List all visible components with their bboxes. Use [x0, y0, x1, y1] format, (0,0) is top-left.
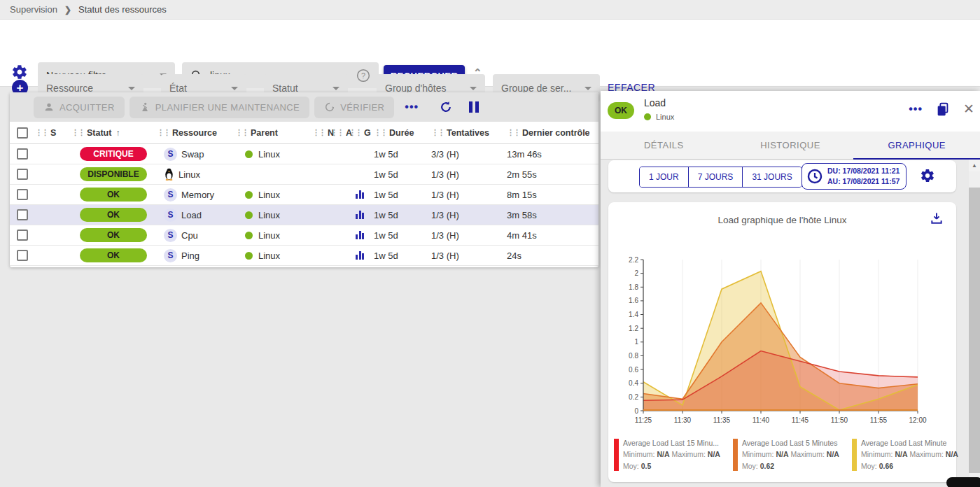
host-up-dot-icon — [245, 191, 253, 199]
parent-name: Linux — [258, 149, 280, 160]
chevron-down-icon — [470, 87, 477, 90]
help-icon[interactable]: ? — [356, 69, 370, 83]
host-up-dot-icon — [245, 232, 253, 239]
row-checkbox[interactable] — [17, 148, 28, 160]
graph-card: Load graphique de l'hôte Linux 00.20.40.… — [608, 202, 956, 482]
custom-date-range-button[interactable]: DU: 17/08/2021 11:21 AU: 17/08/2021 11:5… — [802, 163, 906, 190]
resource-name: Ping — [181, 250, 200, 261]
tries-value: 1/3 (H) — [431, 250, 507, 261]
table-row[interactable]: OK SCpu Linux 1w 5d 1/3 (H) 4m 41s — [10, 225, 598, 246]
acknowledge-button[interactable]: ACQUITTER — [34, 97, 125, 118]
export-download-icon[interactable] — [930, 211, 944, 225]
drag-handle-icon: ⋮⋮ — [157, 128, 169, 137]
row-checkbox[interactable] — [17, 250, 28, 261]
check-button[interactable]: VÉRIFIER — [314, 97, 394, 118]
chevron-down-icon — [584, 87, 592, 90]
col-header-last-check[interactable]: ⋮⋮Dernier contrôle — [507, 128, 598, 138]
duration-value: 1w 5d — [374, 230, 431, 241]
service-icon: S — [164, 209, 177, 222]
svg-text:0.2: 0.2 — [629, 393, 638, 401]
tab-graph[interactable]: GRAPHIQUE — [853, 132, 980, 159]
col-header-tries[interactable]: ⋮⋮Tentatives — [431, 128, 507, 138]
period-1-day-button[interactable]: 1 JOUR — [640, 167, 688, 187]
graph-icon[interactable] — [356, 211, 374, 219]
breadcrumb-item-supervision[interactable]: Supervision — [10, 4, 57, 15]
filter-section: Nouveau filtre ? RECHERCHER ⌃ + Ressourc… — [0, 20, 980, 87]
close-panel-icon[interactable]: ✕ — [963, 101, 974, 117]
panel-scrollbar[interactable]: ▲ — [969, 160, 980, 487]
svg-text:0.8: 0.8 — [629, 352, 638, 360]
last-check-value: 24s — [507, 250, 598, 261]
filter-settings-gear-icon[interactable] — [11, 64, 28, 80]
row-checkbox[interactable] — [17, 189, 28, 200]
scroll-up-arrow-icon[interactable]: ▲ — [969, 160, 980, 171]
col-header-duration[interactable]: ⋮⋮Durée — [374, 128, 431, 138]
legend-item-load15[interactable]: Average Load Last 15 Minu... Minimum: N/… — [614, 437, 733, 472]
legend-item-load1[interactable]: Average Load Last Minute Minimum: N/A Ma… — [852, 437, 971, 472]
period-button-group: 1 JOUR 7 JOURS 31 JOURS — [639, 167, 802, 188]
table-row[interactable]: OK SMemory Linux 1w 5d 1/3 (H) 8m 15s — [10, 185, 598, 205]
row-checkbox[interactable] — [17, 169, 28, 180]
svg-text:11:50: 11:50 — [831, 416, 848, 424]
parent-name: Linux — [258, 190, 280, 200]
col-header-state[interactable]: ⋮⋮S — [35, 128, 71, 138]
drag-handle-icon: ⋮⋮ — [431, 128, 444, 137]
graph-settings-gear-icon[interactable] — [920, 168, 935, 183]
resource-name: Linux — [178, 169, 200, 180]
table-row[interactable]: CRITIQUE SSwap Linux 1w 5d 3/3 (H) 13m 4… — [10, 144, 598, 164]
legend-item-load5[interactable]: Average Load Last 5 Minutes Minimum: N/A… — [733, 437, 852, 472]
refresh-icon[interactable] — [439, 100, 453, 114]
table-row-selected[interactable]: OK SLoad Linux 1w 5d 1/3 (H) 3m 58s — [10, 205, 598, 225]
breadcrumb: Supervision ❯ Statut des ressources — [0, 0, 980, 20]
tab-history[interactable]: HISTORIQUE — [727, 132, 854, 159]
svg-text:11:30: 11:30 — [674, 416, 692, 424]
last-check-value: 13m 46s — [507, 149, 598, 160]
graph-icon[interactable] — [356, 231, 374, 239]
linux-penguin-icon — [164, 168, 174, 181]
col-header-status[interactable]: ⋮⋮Statut↑ — [71, 128, 157, 138]
load-area-chart[interactable]: 00.20.40.60.811.21.41.61.822.211:2511:30… — [615, 253, 937, 429]
drag-handle-icon: ⋮⋮ — [35, 128, 48, 137]
col-header-acknowledge[interactable]: ⋮⋮A — [330, 128, 349, 138]
table-row[interactable]: OK SPing Linux 1w 5d 1/3 (H) 24s — [10, 246, 598, 266]
legend-swatch-yellow — [852, 439, 857, 471]
duration-value: 1w 5d — [374, 149, 431, 160]
svg-text:0.4: 0.4 — [629, 379, 638, 387]
last-check-value: 2m 55s — [507, 169, 598, 180]
chevron-down-icon — [128, 87, 135, 90]
table-row[interactable]: DISPONIBLE Linux 1w 5d 1/3 (H) 2m 55s — [10, 164, 598, 185]
period-7-days-button[interactable]: 7 JOURS — [688, 167, 743, 187]
resource-name: Memory — [181, 190, 214, 200]
downtime-button[interactable]: PLANIFIER UNE MAINTENANCE — [130, 97, 309, 118]
select-all-checkbox[interactable] — [17, 127, 28, 139]
panel-more-icon[interactable]: ••• — [909, 103, 923, 115]
breadcrumb-item-resources-status[interactable]: Statut des ressources — [78, 4, 167, 15]
pause-icon[interactable] — [469, 101, 479, 113]
svg-text:?: ? — [361, 71, 365, 79]
drag-handle-icon: ⋮⋮ — [330, 128, 343, 137]
col-header-parent[interactable]: ⋮⋮Parent — [235, 128, 312, 138]
tries-value: 1/3 (H) — [431, 190, 507, 200]
col-header-graph[interactable]: ⋮⋮G — [349, 128, 374, 138]
col-header-notification[interactable]: ⋮⋮N — [312, 128, 330, 138]
maintenance-icon — [139, 101, 150, 113]
more-actions-icon[interactable]: ••• — [405, 101, 419, 113]
graph-icon[interactable] — [356, 190, 374, 199]
copy-link-icon[interactable] — [935, 101, 951, 117]
svg-text:11:35: 11:35 — [713, 416, 731, 424]
svg-text:0.6: 0.6 — [629, 366, 638, 374]
duration-value: 1w 5d — [374, 210, 431, 220]
last-check-value: 3m 58s — [507, 210, 598, 220]
duration-value: 1w 5d — [374, 250, 431, 261]
sort-asc-icon: ↑ — [115, 128, 120, 138]
graph-icon[interactable] — [356, 251, 374, 260]
period-31-days-button[interactable]: 31 JOURS — [742, 167, 801, 187]
tab-details[interactable]: DÉTAILS — [601, 132, 727, 159]
legend-swatch-red — [614, 439, 619, 471]
scrollbar-thumb[interactable] — [969, 188, 980, 473]
row-checkbox[interactable] — [17, 230, 28, 241]
drag-handle-icon: ⋮⋮ — [312, 128, 325, 137]
col-header-resource[interactable]: ⋮⋮Ressource — [157, 128, 235, 138]
row-checkbox[interactable] — [17, 209, 28, 220]
drag-handle-icon: ⋮⋮ — [71, 128, 84, 137]
